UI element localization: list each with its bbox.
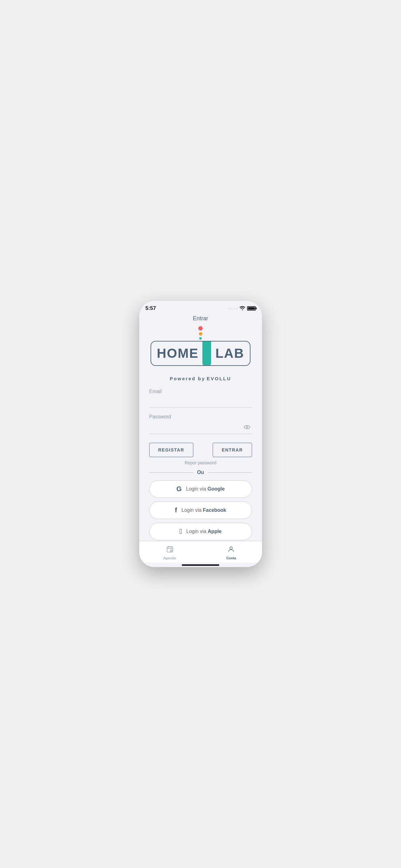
email-label: Email <box>149 389 252 394</box>
logo-lab-text: LAB <box>215 346 244 361</box>
status-bar: 5:57 <box>139 301 262 312</box>
logo-home-text: HOME <box>157 346 199 361</box>
email-field-group: Email <box>149 389 252 408</box>
calendar-icon <box>166 546 174 555</box>
divider: Ou <box>149 470 252 475</box>
battery-icon <box>247 306 256 311</box>
person-icon <box>227 546 235 555</box>
dot-teal <box>199 337 202 340</box>
logo-tube <box>204 342 209 365</box>
divider-line-right <box>208 472 252 473</box>
svg-point-1 <box>246 427 248 428</box>
logo-lab: LAB <box>209 342 250 365</box>
password-input-row <box>149 422 252 434</box>
toggle-password-icon[interactable] <box>242 422 252 434</box>
svg-point-9 <box>230 547 232 549</box>
nav-item-conta[interactable]: Conta <box>201 544 262 562</box>
nav-label-conta: Conta <box>226 556 236 560</box>
email-input[interactable] <box>149 397 252 407</box>
nav-label-agendar: Agendar <box>163 556 176 560</box>
email-input-row <box>149 397 252 408</box>
bottom-nav: Agendar Conta <box>139 541 262 562</box>
divider-line-left <box>149 472 193 473</box>
phone-frame: 5:57 Entrar <box>139 301 262 567</box>
dots-container <box>198 326 203 340</box>
apple-icon:  <box>179 527 182 535</box>
login-google-label: Login via Google <box>186 486 225 492</box>
svg-line-8 <box>171 551 171 551</box>
dot-red <box>198 326 203 331</box>
entrar-button[interactable]: ENTRAR <box>213 443 252 457</box>
page-title: Entrar <box>193 315 208 322</box>
logo-home: HOME <box>151 342 204 365</box>
password-field-group: Password <box>149 414 252 434</box>
password-label: Password <box>149 414 252 420</box>
status-time: 5:57 <box>145 305 156 312</box>
action-buttons-row: REGISTAR ENTRAR <box>149 443 252 457</box>
home-bar <box>182 564 219 566</box>
repor-password-link[interactable]: Repor password <box>149 460 252 465</box>
powered-by-text: Powered by EVOLLU <box>170 376 231 381</box>
social-login-buttons: G Login via Google f Login via Facebook … <box>149 480 252 540</box>
login-google-button[interactable]: G Login via Google <box>149 480 252 498</box>
registar-button[interactable]: REGISTAR <box>149 443 193 457</box>
signal-icon <box>229 308 238 309</box>
divider-text: Ou <box>197 470 204 475</box>
facebook-icon: f <box>175 506 177 514</box>
nav-item-agendar[interactable]: Agendar <box>139 544 201 562</box>
wifi-icon <box>239 306 245 311</box>
login-apple-label: Login via Apple <box>187 529 222 534</box>
status-icons <box>229 306 256 311</box>
login-facebook-button[interactable]: f Login via Facebook <box>149 501 252 519</box>
svg-point-0 <box>244 426 250 429</box>
tube-shape <box>202 341 211 366</box>
password-input[interactable] <box>149 423 242 433</box>
login-facebook-label: Login via Facebook <box>181 507 226 513</box>
dot-orange <box>199 332 202 336</box>
login-form: Email Password REG <box>149 389 252 541</box>
google-icon: G <box>176 485 182 493</box>
logo-container: HOME LAB <box>149 326 252 366</box>
logo-box: HOME LAB <box>151 341 250 366</box>
login-apple-button[interactable]:  Login via Apple <box>149 523 252 540</box>
main-content: Entrar HOME LAB Powered by EVOLL <box>139 312 262 541</box>
